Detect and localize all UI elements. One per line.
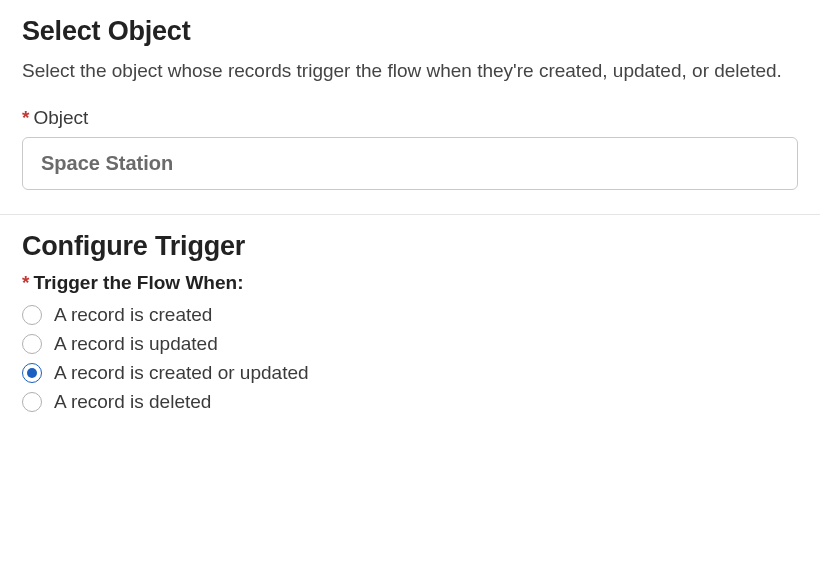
radio-option-created-or-updated[interactable]: A record is created or updated [22, 362, 798, 384]
required-asterisk-icon: * [22, 107, 29, 128]
trigger-when-label: *Trigger the Flow When: [22, 272, 798, 294]
configure-trigger-section: Configure Trigger *Trigger the Flow When… [0, 215, 820, 437]
radio-dot-icon [27, 368, 37, 378]
select-object-section: Select Object Select the object whose re… [0, 0, 820, 215]
radio-label: A record is created [54, 304, 212, 326]
object-input[interactable] [22, 137, 798, 190]
radio-icon [22, 305, 42, 325]
radio-option-created[interactable]: A record is created [22, 304, 798, 326]
radio-label: A record is updated [54, 333, 218, 355]
configure-trigger-heading: Configure Trigger [22, 231, 798, 262]
radio-icon [22, 334, 42, 354]
radio-label: A record is deleted [54, 391, 211, 413]
trigger-label-text: Trigger the Flow When: [33, 272, 243, 293]
radio-label: A record is created or updated [54, 362, 309, 384]
select-object-heading: Select Object [22, 16, 798, 47]
radio-icon [22, 363, 42, 383]
radio-option-deleted[interactable]: A record is deleted [22, 391, 798, 413]
object-label-text: Object [33, 107, 88, 128]
trigger-radio-group: A record is created A record is updated … [22, 304, 798, 413]
select-object-description: Select the object whose records trigger … [22, 57, 782, 85]
radio-option-updated[interactable]: A record is updated [22, 333, 798, 355]
radio-icon [22, 392, 42, 412]
object-field-label: *Object [22, 107, 798, 129]
required-asterisk-icon: * [22, 272, 29, 293]
